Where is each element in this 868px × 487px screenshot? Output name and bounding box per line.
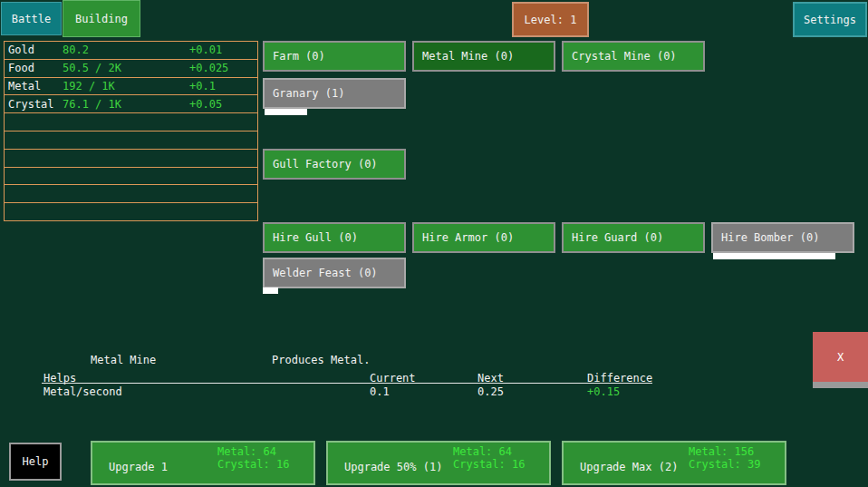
resource-name: Metal — [8, 80, 63, 93]
upgrade-cost-crystal: Crystal: 16 — [453, 458, 525, 471]
upgrade-1-button[interactable]: Upgrade 1 Metal: 64 Crystal: 16 — [91, 441, 315, 485]
granary-button[interactable]: Granary (1) — [263, 78, 406, 109]
settings-button[interactable]: Settings — [793, 2, 867, 37]
resource-value: 192 / 1K — [63, 80, 189, 93]
resource-row-food: Food 50.5 / 2K +0.025 — [5, 60, 257, 78]
crystal-mine-button[interactable]: Crystal Mine (0) — [562, 41, 705, 72]
info-row-difference: +0.15 — [587, 385, 620, 398]
upgrade-cost-crystal: Crystal: 39 — [689, 458, 760, 471]
upgrade-max-button[interactable]: Upgrade Max (2) Metal: 156 Crystal: 39 — [562, 441, 786, 485]
info-row-helps: Metal/second — [43, 385, 122, 398]
resource-rate: +0.1 — [189, 80, 257, 93]
info-description: Produces Metal. — [272, 354, 370, 366]
resource-value: 80.2 — [63, 44, 189, 56]
close-icon: X — [837, 351, 844, 364]
upgrade-cost-crystal: Crystal: 16 — [217, 458, 289, 471]
level-badge: Level: 1 — [512, 2, 589, 37]
resource-row-empty — [5, 185, 257, 203]
info-header-underline — [42, 383, 652, 384]
resource-value: 76.1 / 1K — [63, 98, 189, 111]
upgrade-costs: Metal: 156 Crystal: 39 — [689, 445, 760, 471]
upgrade-cost-metal: Metal: 64 — [453, 445, 525, 458]
welder-feast-button[interactable]: Welder Feast (0) — [263, 258, 406, 288]
metal-mine-button[interactable]: Metal Mine (0) — [412, 41, 555, 72]
hire-guard-button[interactable]: Hire Guard (0) — [562, 222, 705, 253]
resource-row-empty — [5, 131, 257, 150]
tab-battle[interactable]: Battle — [1, 2, 62, 35]
upgrade-costs: Metal: 64 Crystal: 16 — [217, 445, 289, 471]
upgrade-label: Upgrade 1 — [109, 461, 168, 473]
granary-progress-bar — [265, 109, 307, 115]
upgrade-50-button[interactable]: Upgrade 50% (1) Metal: 64 Crystal: 16 — [326, 441, 551, 485]
resource-name: Food — [8, 62, 63, 74]
upgrade-cost-metal: Metal: 64 — [217, 445, 289, 458]
resource-name: Crystal — [8, 98, 63, 111]
info-row-current: 0.1 — [370, 385, 390, 398]
resource-row-crystal: Crystal 76.1 / 1K +0.05 — [5, 95, 257, 113]
upgrade-cost-metal: Metal: 156 — [689, 445, 760, 458]
resource-row-gold: Gold 80.2 +0.01 — [5, 42, 257, 60]
resource-row-empty — [5, 168, 257, 186]
hire-gull-button[interactable]: Hire Gull (0) — [263, 222, 406, 253]
resource-name: Gold — [8, 44, 63, 56]
gull-factory-button[interactable]: Gull Factory (0) — [263, 149, 406, 180]
hire-bomber-button[interactable]: Hire Bomber (0) — [711, 222, 854, 253]
hire-bomber-progress-bar — [713, 253, 835, 259]
game-screen: Battle Building Level: 1 Settings Gold 8… — [0, 0, 868, 487]
help-button[interactable]: Help — [9, 443, 62, 481]
resource-row-empty — [5, 113, 257, 131]
resource-rate: +0.01 — [189, 44, 257, 56]
resource-row-empty — [5, 150, 257, 168]
info-title: Metal Mine — [91, 354, 156, 366]
help-label: Help — [23, 455, 49, 468]
resource-rate: +0.025 — [189, 62, 257, 74]
upgrade-label: Upgrade Max (2) — [580, 461, 678, 473]
tab-building[interactable]: Building — [63, 0, 140, 37]
close-button[interactable]: X — [813, 332, 868, 388]
hire-armor-button[interactable]: Hire Armor (0) — [412, 222, 555, 253]
resource-rate: +0.05 — [189, 98, 257, 111]
welder-feast-progress-bar — [263, 287, 278, 294]
resource-value: 50.5 / 2K — [63, 62, 189, 74]
upgrade-costs: Metal: 64 Crystal: 16 — [453, 445, 525, 471]
upgrade-label: Upgrade 50% (1) — [344, 461, 442, 473]
resource-row-metal: Metal 192 / 1K +0.1 — [5, 78, 257, 96]
info-row-next: 0.25 — [477, 385, 504, 398]
resource-row-empty — [5, 203, 257, 220]
farm-button[interactable]: Farm (0) — [263, 41, 406, 72]
resource-table: Gold 80.2 +0.01 Food 50.5 / 2K +0.025 Me… — [4, 41, 258, 221]
